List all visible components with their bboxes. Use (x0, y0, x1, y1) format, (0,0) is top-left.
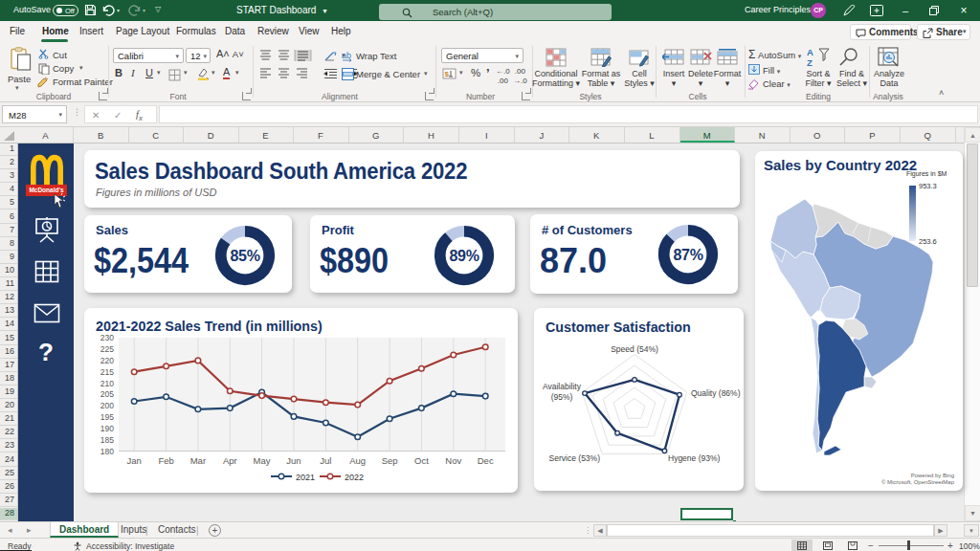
svg-text:Aug: Aug (349, 455, 366, 466)
svg-text:(95%): (95%) (551, 392, 573, 402)
svg-text:Z: Z (807, 57, 813, 68)
svg-text:Jul: Jul (320, 455, 331, 466)
svg-text:Customer Satisfaction: Customer Satisfaction (546, 320, 691, 335)
svg-text:May: May (254, 455, 271, 466)
svg-text:Nov: Nov (445, 455, 461, 466)
svg-text:180: 180 (100, 447, 114, 456)
svg-text:Speed (54%): Speed (54%) (611, 344, 658, 354)
svg-text:Service (53%): Service (53%) (549, 453, 601, 463)
svg-text:190: 190 (100, 424, 114, 433)
svg-text:220: 220 (100, 356, 114, 365)
svg-text:230: 230 (100, 333, 114, 342)
svg-text:Oct: Oct (414, 455, 429, 466)
svg-text:Mar: Mar (190, 455, 206, 466)
svg-text:Apr: Apr (223, 455, 237, 466)
svg-text:2021-2022 Sales Trend (in mill: 2021-2022 Sales Trend (in millions) (96, 319, 323, 334)
svg-text:205: 205 (100, 389, 114, 399)
svg-text:Availability: Availability (543, 382, 582, 391)
svg-text:Sep: Sep (382, 455, 398, 466)
svg-text:Jun: Jun (286, 455, 301, 466)
svg-text:Hygene (93%): Hygene (93%) (668, 453, 721, 463)
svg-text:225: 225 (100, 344, 114, 354)
svg-text:A: A (807, 47, 813, 57)
svg-text:Quality (86%): Quality (86%) (691, 388, 741, 398)
svg-text:200: 200 (100, 401, 114, 410)
svg-text:Dec: Dec (478, 455, 494, 466)
svg-text:215: 215 (100, 367, 114, 377)
svg-text:2022: 2022 (345, 473, 364, 482)
svg-text:2021: 2021 (296, 473, 315, 482)
svg-text:195: 195 (100, 412, 114, 422)
svg-text:$: $ (445, 70, 450, 78)
svg-text:185: 185 (100, 435, 114, 445)
svg-text:Feb: Feb (158, 455, 173, 466)
svg-text:Jan: Jan (127, 455, 142, 466)
svg-text:210: 210 (100, 379, 114, 388)
